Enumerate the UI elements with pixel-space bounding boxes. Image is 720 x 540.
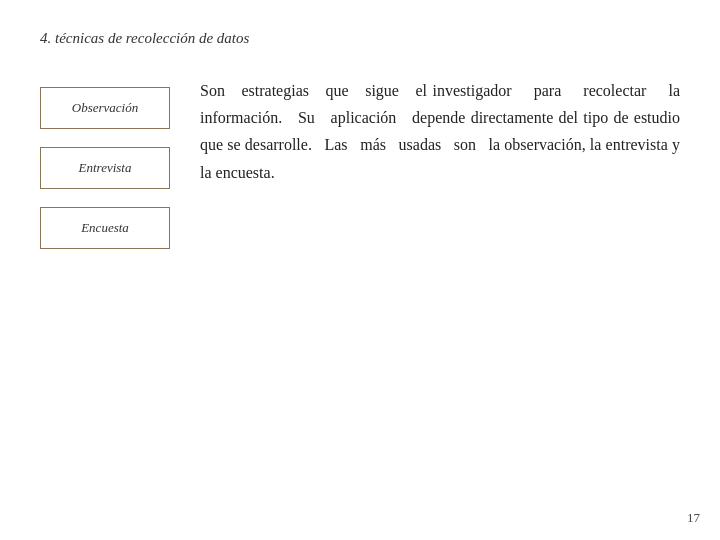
slide-title: 4. técnicas de recolección de datos [40, 30, 680, 47]
slide-number: 17 [687, 510, 700, 526]
content-area: Observación Entrevista Encuesta Son estr… [40, 77, 680, 249]
body-text: Son estrategias que sigue el investigado… [200, 77, 680, 186]
label-entrevista: Entrevista [40, 147, 170, 189]
left-column: Observación Entrevista Encuesta [40, 77, 170, 249]
label-encuesta: Encuesta [40, 207, 170, 249]
label-observacion: Observación [40, 87, 170, 129]
slide: 4. técnicas de recolección de datos Obse… [0, 0, 720, 540]
